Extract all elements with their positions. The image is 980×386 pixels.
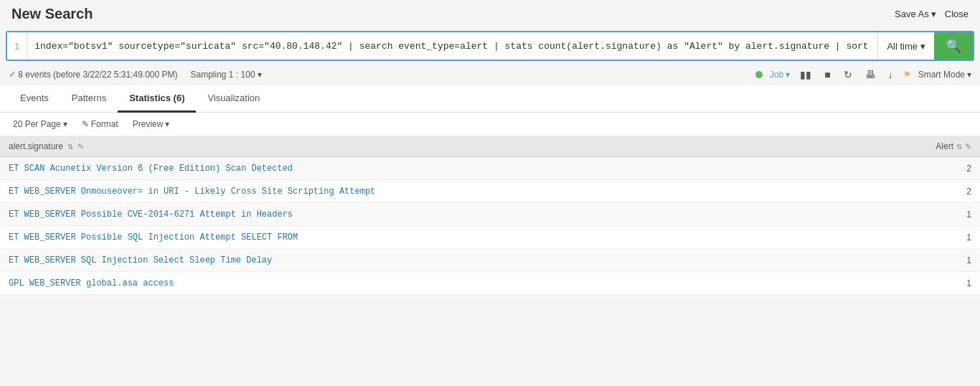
signature-col-label: alert.signature [9, 141, 63, 151]
signature-sort-icon: ⇅ [67, 143, 73, 151]
cell-signature: ET WEB_SERVER Possible CVE-2014-6271 Att… [0, 205, 894, 224]
alert-sort-icon: ⇅ [956, 143, 962, 151]
stop-button[interactable]: ■ [821, 67, 833, 82]
pause-button[interactable]: ▮▮ [797, 67, 814, 82]
table-row: ET WEB_SERVER Possible SQL Injection Att… [0, 226, 980, 249]
table-header: alert.signature ⇅ ✎ Alert ⇅ ✎ [0, 136, 980, 157]
signature-edit-icon[interactable]: ✎ [77, 142, 84, 151]
save-as-chevron-icon: ▾ [931, 9, 936, 19]
save-as-button[interactable]: Save As ▾ [895, 9, 936, 19]
tab-patterns[interactable]: Patterns [60, 85, 118, 113]
status-right: Job ▾ ▮▮ ■ ↻ 🖶 ↓ ⚑ Smart Mode ▾ [755, 67, 971, 82]
search-line-number: 1 [7, 32, 27, 60]
refresh-button[interactable]: ↻ [841, 67, 855, 82]
cell-alert: 1 [894, 274, 980, 293]
smart-mode-warning-icon: ⚑ [903, 70, 911, 80]
search-bar: 1 All time ▾ 🔍 [6, 31, 974, 61]
cell-alert: 2 [894, 182, 980, 201]
alert-edit-icon[interactable]: ✎ [965, 142, 971, 151]
col-header-signature: alert.signature ⇅ ✎ [0, 136, 894, 156]
events-status: ✓ 8 events (before 3/22/22 5:31:49.000 P… [9, 70, 178, 80]
results-table: alert.signature ⇅ ✎ Alert ⇅ ✎ ET SCAN Ac… [0, 136, 980, 295]
col-header-alert: Alert ⇅ ✎ [894, 136, 980, 156]
tab-statistics[interactable]: Statistics (6) [118, 85, 196, 113]
cell-alert: 1 [894, 251, 980, 270]
preview-button[interactable]: Preview ▾ [128, 117, 174, 131]
smart-mode-button[interactable]: Smart Mode ▾ [918, 70, 971, 80]
tabs-bar: Events Patterns Statistics (6) Visualiza… [0, 85, 980, 113]
search-go-button[interactable]: 🔍 [934, 32, 973, 60]
format-pencil-icon: ✎ [82, 119, 89, 129]
per-page-button[interactable]: 20 Per Page ▾ [9, 117, 72, 131]
sampling-label: Sampling 1 : 100 [191, 70, 255, 80]
table-row: ET WEB_SERVER SQL Injection Select Sleep… [0, 249, 980, 272]
job-chevron-icon: ▾ [786, 70, 790, 80]
per-page-label: 20 Per Page [13, 119, 61, 129]
sampling-button[interactable]: Sampling 1 : 100 ▾ [187, 67, 266, 82]
cell-alert: 1 [894, 205, 980, 224]
cell-alert: 1 [894, 228, 980, 247]
cell-signature: GPL WEB_SERVER global.asa access [0, 274, 894, 293]
job-label: Job [770, 70, 783, 80]
page-title: New Search [11, 6, 93, 22]
preview-chevron-icon: ▾ [165, 119, 169, 129]
table-row: ET WEB_SERVER Onmouseover= in URI - Like… [0, 180, 980, 203]
cell-signature: ET WEB_SERVER Possible SQL Injection Att… [0, 228, 894, 247]
print-button[interactable]: 🖶 [862, 67, 878, 82]
sampling-chevron-icon: ▾ [258, 70, 262, 80]
tab-visualization[interactable]: Visualization [196, 85, 271, 113]
toolbar-bar: 20 Per Page ▾ ✎ Format Preview ▾ [0, 113, 980, 136]
job-button[interactable]: Job ▾ [770, 70, 790, 80]
download-button[interactable]: ↓ [885, 67, 896, 82]
search-input[interactable] [27, 32, 877, 60]
alert-col-label: Alert [936, 141, 953, 151]
table-row: GPL WEB_SERVER global.asa access 1 [0, 272, 980, 295]
status-left: ✓ 8 events (before 3/22/22 5:31:49.000 P… [9, 67, 266, 82]
top-actions: Save As ▾ Close [895, 9, 969, 19]
close-button[interactable]: Close [945, 9, 969, 19]
top-bar: New Search Save As ▾ Close [0, 0, 980, 28]
preview-label: Preview [133, 119, 164, 129]
time-range-label: All time [887, 41, 918, 52]
per-page-chevron-icon: ▾ [63, 119, 67, 129]
search-go-icon: 🔍 [946, 38, 961, 54]
time-range-button[interactable]: All time ▾ [877, 32, 934, 60]
table-row: ET WEB_SERVER Possible CVE-2014-6271 Att… [0, 203, 980, 226]
format-label: Format [91, 119, 118, 129]
job-status-dot [755, 71, 763, 78]
check-icon: ✓ [9, 70, 16, 80]
status-bar: ✓ 8 events (before 3/22/22 5:31:49.000 P… [0, 64, 980, 85]
cell-signature: ET WEB_SERVER SQL Injection Select Sleep… [0, 251, 894, 270]
cell-signature: ET SCAN Acunetix Version 6 (Free Edition… [0, 159, 894, 178]
table-row: ET SCAN Acunetix Version 6 (Free Edition… [0, 157, 980, 180]
tab-events[interactable]: Events [9, 85, 60, 113]
cell-signature: ET WEB_SERVER Onmouseover= in URI - Like… [0, 182, 894, 201]
format-button[interactable]: ✎ Format [77, 117, 123, 131]
smart-mode-label: Smart Mode [918, 70, 965, 80]
cell-alert: 2 [894, 159, 980, 178]
events-text: 8 events (before 3/22/22 5:31:49.000 PM) [18, 70, 177, 80]
smart-mode-chevron-icon: ▾ [967, 70, 971, 80]
save-as-label: Save As [895, 9, 929, 19]
time-chevron-icon: ▾ [920, 41, 925, 52]
